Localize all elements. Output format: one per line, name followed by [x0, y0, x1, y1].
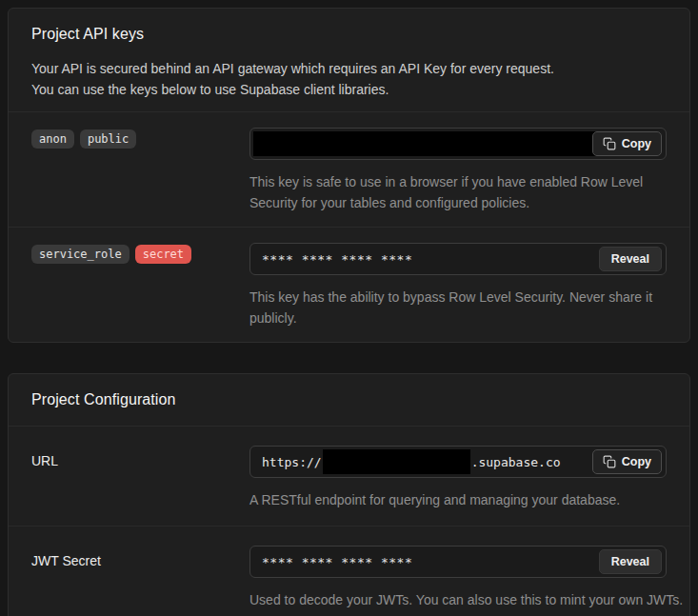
api-keys-description-line2: You can use the keys below to use Supaba…: [31, 82, 389, 97]
anon-badge: anon: [31, 129, 74, 149]
jwt-secret-field-column: **** **** **** **** Reveal Used to decod…: [249, 546, 667, 610]
api-keys-header: Project API keys Your API is secured beh…: [9, 9, 689, 111]
anon-key-hint: This key is safe to use in a browser if …: [249, 171, 667, 213]
anon-key-input[interactable]: Copy: [249, 128, 667, 160]
project-configuration-header: Project Configuration: [9, 374, 689, 426]
url-input[interactable]: https:// .supabase.co Copy: [249, 446, 667, 478]
jwt-secret-input[interactable]: **** **** **** **** Reveal: [249, 546, 667, 578]
api-keys-description-line1: Your API is secured behind an API gatewa…: [31, 61, 554, 76]
reveal-button-label: Reveal: [611, 252, 649, 266]
service-role-key-row: service_role secret **** **** **** **** …: [9, 227, 689, 342]
service-role-field: **** **** **** **** Reveal This key has …: [249, 243, 667, 328]
api-keys-title: Project API keys: [31, 26, 667, 43]
secret-badge: secret: [135, 245, 191, 264]
anon-key-field-column: Copy This key is safe to use in a browse…: [249, 128, 667, 213]
copy-url-button[interactable]: Copy: [592, 449, 662, 474]
copy-anon-key-button[interactable]: Copy: [592, 131, 662, 156]
service-role-field-column: **** **** **** **** Reveal This key has …: [249, 243, 667, 328]
service-role-badge: service_role: [31, 245, 130, 264]
url-row: URL https:// .supabase.co Copy A RESTful…: [9, 426, 689, 526]
jwt-secret-row: JWT Secret **** **** **** **** Reveal Us…: [9, 526, 689, 616]
service-role-key-hint: This key has the ability to bypass Row L…: [249, 287, 667, 328]
anon-key-field: Copy This key is safe to use in a browse…: [249, 128, 667, 213]
jwt-secret-label: JWT Secret: [31, 546, 249, 610]
redacted-project-ref: [323, 449, 470, 474]
project-configuration-title: Project Configuration: [31, 391, 667, 408]
url-suffix: .supabase.co: [471, 455, 561, 469]
url-hint: A RESTful endpoint for querying and mana…: [249, 489, 667, 510]
masked-service-role-key: **** **** **** ****: [262, 252, 412, 267]
project-api-keys-card: Project API keys Your API is secured beh…: [8, 8, 690, 343]
service-role-key-input[interactable]: **** **** **** **** Reveal: [249, 243, 667, 275]
api-keys-description: Your API is secured behind an API gatewa…: [31, 58, 667, 100]
project-configuration-card: Project Configuration URL https:// .supa…: [8, 373, 690, 616]
copy-icon: [603, 455, 616, 468]
masked-jwt-secret: **** **** **** ****: [262, 555, 412, 569]
anon-key-row: anon public Copy This key is safe to use…: [9, 111, 689, 227]
public-badge: public: [80, 129, 136, 149]
url-field: https:// .supabase.co Copy A RESTful end…: [249, 446, 667, 510]
url-field-column: https:// .supabase.co Copy A RESTful end…: [249, 446, 667, 510]
reveal-button-label: Reveal: [611, 555, 649, 568]
settings-page: { "colors": { "page_bg": "#171717", "car…: [0, 0, 698, 616]
service-role-badges: service_role secret: [31, 243, 249, 328]
copy-button-label: Copy: [622, 137, 651, 150]
anon-key-badges: anon public: [31, 128, 249, 213]
jwt-secret-hint: Used to decode your JWTs. You can also u…: [249, 589, 667, 610]
url-prefix: https://: [262, 455, 322, 469]
jwt-secret-field: **** **** **** **** Reveal Used to decod…: [249, 546, 667, 610]
copy-icon: [603, 137, 616, 150]
copy-button-label: Copy: [622, 455, 651, 468]
reveal-service-role-key-button[interactable]: Reveal: [599, 247, 662, 271]
redacted-anon-key: [253, 131, 596, 156]
url-label: URL: [31, 446, 249, 510]
reveal-jwt-secret-button[interactable]: Reveal: [599, 549, 662, 574]
